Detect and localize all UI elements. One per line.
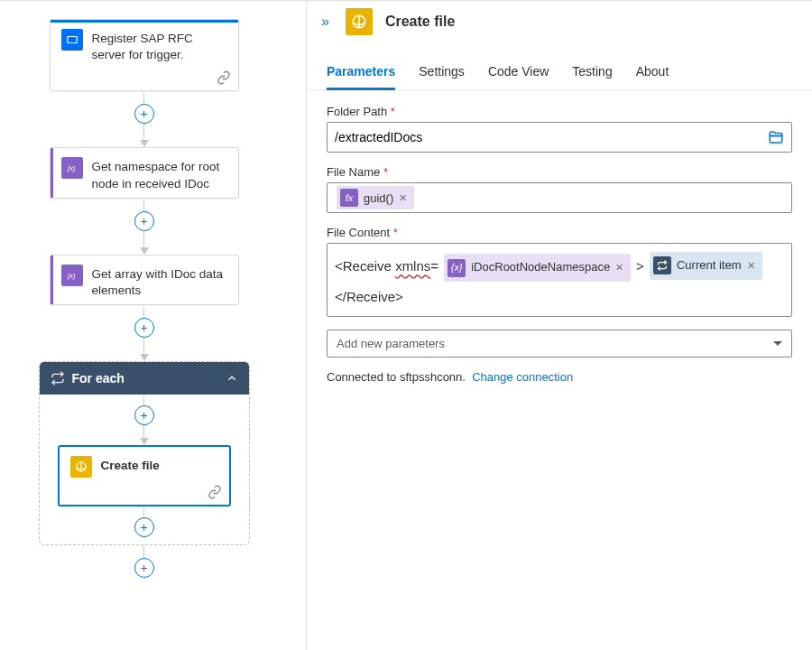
folder-picker-button[interactable]	[768, 129, 784, 145]
link-icon[interactable]	[217, 70, 231, 85]
node-for-each-header[interactable]: For each	[40, 362, 249, 395]
node-create-file[interactable]: Create file	[58, 445, 231, 506]
designer-canvas: Register SAP RFC server for trigger. + {…	[0, 0, 307, 650]
fx-icon: {x}	[61, 265, 83, 286]
file-icon	[70, 456, 92, 478]
sap-icon	[61, 29, 83, 51]
change-connection-link[interactable]: Change connection	[472, 370, 573, 384]
svg-marker-5	[140, 354, 149, 361]
token-label: Current item	[677, 255, 742, 277]
expression-token-guid[interactable]: fx guid() ✕	[337, 186, 414, 209]
tab-parameters[interactable]: Parameters	[327, 60, 395, 90]
arrow-down-icon	[140, 354, 149, 361]
node-get-array[interactable]: {x} Get array with IDoc data elements	[50, 255, 239, 305]
required-marker: *	[393, 226, 398, 239]
connector: +	[134, 200, 154, 255]
file-icon	[346, 8, 373, 35]
connector: +	[134, 508, 154, 537]
fx-icon: {x}	[448, 259, 466, 277]
add-step-button[interactable]: +	[134, 104, 154, 124]
expression-token-namespace[interactable]: {x} iDocRootNodeNamespace ✕	[444, 254, 631, 282]
file-name-input[interactable]: fx guid() ✕	[327, 182, 792, 213]
add-step-button[interactable]: +	[134, 558, 154, 578]
add-step-button[interactable]: +	[134, 517, 154, 537]
tab-code-view[interactable]: Code View	[488, 60, 549, 90]
literal-text: >	[636, 258, 648, 274]
node-title: Create file	[101, 456, 160, 474]
node-title: Get namespace for root node in received …	[92, 157, 227, 191]
field-file-name: File Name * fx guid() ✕	[327, 165, 792, 213]
tab-about[interactable]: About	[636, 60, 669, 90]
field-label: File Name	[327, 165, 380, 179]
node-get-namespace[interactable]: {x} Get namespace for root node in recei…	[50, 147, 239, 198]
tabs: Parameters Settings Code View Testing Ab…	[307, 60, 812, 90]
connected-text: Connected to	[327, 370, 400, 384]
arrow-down-icon	[140, 438, 149, 445]
add-step-button[interactable]: +	[134, 211, 154, 231]
connector: +	[134, 396, 154, 445]
svg-rect-0	[67, 37, 77, 43]
pane-title: Create file	[385, 14, 455, 30]
tab-settings[interactable]: Settings	[419, 60, 465, 90]
for-each-title: For each	[72, 371, 125, 385]
connector: +	[134, 93, 154, 147]
svg-text:{x}: {x}	[67, 164, 75, 172]
arrow-down-icon	[140, 140, 149, 147]
literal-text: </Receive>	[335, 289, 403, 304]
field-label: Folder Path	[327, 105, 387, 118]
collapse-panel-button[interactable]: »	[318, 12, 333, 32]
node-title: Get array with IDoc data elements	[92, 265, 227, 299]
add-parameters-label: Add new parameters	[337, 337, 445, 350]
svg-marker-6	[140, 438, 149, 445]
remove-token-button[interactable]: ✕	[615, 258, 623, 277]
token-label: iDocRootNodeNamespace	[471, 256, 610, 279]
remove-token-button[interactable]: ✕	[399, 192, 407, 204]
tab-testing[interactable]: Testing	[572, 60, 612, 90]
add-step-button[interactable]: +	[134, 405, 154, 425]
add-step-button[interactable]: +	[134, 318, 154, 338]
svg-marker-1	[140, 140, 149, 147]
field-folder-path: Folder Path *	[327, 105, 792, 153]
chevron-up-icon[interactable]	[226, 372, 238, 385]
fx-icon: fx	[340, 189, 358, 207]
file-content-input[interactable]: <Receive xmlns= {x} iDocRootNodeNamespac…	[327, 243, 792, 317]
detail-pane: » Create file Parameters Settings Code V…	[307, 0, 812, 650]
arrow-down-icon	[140, 247, 149, 255]
connector: +	[134, 307, 154, 361]
field-label: File Content	[327, 226, 390, 239]
connector: +	[134, 545, 154, 578]
svg-text:{x}: {x}	[67, 272, 75, 280]
required-marker: *	[391, 105, 395, 118]
chevron-down-icon	[773, 337, 782, 350]
literal-text: <Receive	[335, 258, 395, 274]
variable-token-current-item[interactable]: Current item ✕	[650, 252, 762, 280]
node-register-sap[interactable]: Register SAP RFC server for trigger.	[50, 19, 239, 91]
token-label: guid()	[364, 191, 393, 205]
required-marker: *	[383, 165, 388, 179]
link-icon[interactable]	[208, 485, 222, 499]
node-for-each-container: For each + Create file	[39, 361, 250, 545]
connection-name: sftpsshconn.	[400, 370, 466, 384]
add-parameters-dropdown[interactable]: Add new parameters	[327, 330, 792, 358]
loop-icon	[653, 256, 671, 274]
fx-icon: {x}	[61, 157, 83, 179]
field-file-content: File Content * <Receive xmlns= {x} iDocR…	[327, 226, 792, 317]
folder-path-input-wrapper[interactable]	[327, 122, 792, 153]
loop-icon	[51, 371, 65, 385]
svg-marker-3	[140, 247, 149, 255]
connection-status: Connected to sftpsshconn. Change connect…	[327, 370, 792, 384]
node-title: Register SAP RFC server for trigger.	[92, 29, 227, 63]
literal-text: xmlns	[395, 258, 430, 274]
remove-token-button[interactable]: ✕	[747, 256, 755, 275]
folder-path-input[interactable]	[335, 125, 762, 150]
literal-text: =	[430, 258, 442, 274]
